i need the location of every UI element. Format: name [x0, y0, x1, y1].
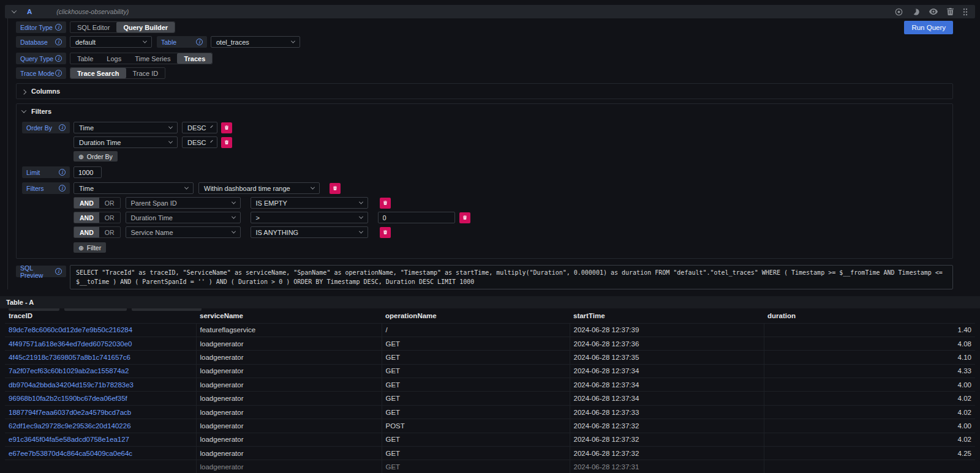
service-name-cell: loadgenerator: [196, 447, 382, 460]
query-row-header[interactable]: A (clickhouse-observability): [5, 5, 975, 18]
info-icon[interactable]: i: [196, 39, 203, 45]
datasource-name: (clickhouse-observability): [56, 8, 129, 15]
remove-order-by-button[interactable]: [221, 137, 232, 148]
and-option[interactable]: AND: [74, 227, 99, 237]
info-icon[interactable]: i: [59, 124, 66, 131]
operation-name-cell: GET: [382, 460, 570, 473]
trace-link[interactable]: e91c3645f04fa5e58adcd0758e1ea127: [9, 436, 129, 443]
duration-cell: 4.08: [764, 337, 975, 350]
order-by-direction-select[interactable]: DESC: [182, 122, 217, 133]
service-name-cell: loadgenerator: [196, 405, 382, 419]
order-by-field-select[interactable]: Time: [74, 122, 178, 133]
info-icon[interactable]: i: [55, 39, 62, 45]
service-name-cell: loadgenerator: [196, 419, 382, 433]
filters-label: Filters i: [22, 182, 70, 194]
col-header-startTime[interactable]: startTime: [570, 308, 764, 323]
table-select[interactable]: otel_traces: [211, 36, 300, 48]
col-header-operationName[interactable]: operationName: [382, 308, 570, 323]
and-option[interactable]: AND: [74, 212, 99, 223]
trace-link[interactable]: 4f497571a618e364ed7ded60752030e0: [9, 340, 132, 348]
info-icon[interactable]: i: [55, 70, 62, 76]
info-icon[interactable]: i: [55, 268, 62, 275]
query-ref-id: A: [27, 8, 32, 15]
col-header-traceID[interactable]: traceID: [5, 308, 196, 323]
remove-filter-button[interactable]: [459, 212, 470, 223]
filter-condition-row: AND OR Duration Time >: [22, 212, 947, 223]
trace-id-option[interactable]: Trace ID: [126, 68, 165, 78]
query-type-time-series[interactable]: Time Series: [128, 53, 177, 64]
trace-link[interactable]: db9704a2bbda34204d159c71b78283e3: [9, 381, 134, 389]
remove-query-trash-icon[interactable]: [947, 8, 954, 15]
add-filter-button[interactable]: ⊕ Filter: [74, 242, 106, 253]
or-option[interactable]: OR: [99, 198, 120, 208]
duration-cell: 4.33: [764, 364, 975, 378]
query-type-table[interactable]: Table: [70, 53, 100, 64]
add-order-by-button[interactable]: ⊕ Order By: [74, 151, 118, 162]
filter-field-select[interactable]: Parent Span ID: [126, 197, 241, 209]
trace-link[interactable]: 7a2f07ecf63c60b1029ab2ac155874a2: [9, 367, 129, 374]
hide-query-eye-icon[interactable]: [929, 9, 938, 15]
filter-operator-select[interactable]: >: [251, 212, 368, 223]
trace-link[interactable]: 1887794f7eaa6037d0e2a4579bcd7acb: [9, 409, 131, 416]
or-option[interactable]: OR: [99, 212, 120, 223]
query-row-actions: [895, 8, 968, 16]
trace-search-option[interactable]: Trace Search: [70, 68, 126, 78]
run-query-button[interactable]: Run Query: [904, 21, 953, 34]
service-name-cell: loadgenerator: [196, 378, 382, 392]
remove-filter-button[interactable]: [380, 198, 391, 209]
query-type-traces[interactable]: Traces: [177, 53, 212, 64]
order-by-direction-select[interactable]: DESC: [182, 136, 217, 148]
trace-link[interactable]: 96968b10fa2b2c1590bc67dea06ef35f: [9, 395, 127, 402]
database-select[interactable]: default: [70, 36, 152, 48]
start-time-cell: 2024-06-28 12:37:36: [570, 337, 764, 350]
service-name-cell: loadgenerator: [196, 351, 382, 364]
duration-cell: 1.40: [764, 323, 975, 337]
service-name-cell: loadgenerator: [196, 337, 382, 350]
filter-operator-select[interactable]: IS ANYTHING: [251, 226, 368, 238]
start-time-cell: 2024-06-28 12:37:34: [570, 378, 764, 392]
service-name-cell: loadgenerator: [196, 364, 382, 378]
trace-link[interactable]: 62df1ec9a29728c9e29536c20d140226: [9, 422, 131, 430]
filter-field-select[interactable]: Time: [74, 182, 194, 194]
col-header-serviceName[interactable]: serviceName: [196, 308, 382, 323]
sql-editor-option[interactable]: SQL Editor: [70, 22, 116, 32]
trace-link[interactable]: e67ee7b53870d4c864ca50409ca0e64c: [9, 450, 132, 457]
sql-preview-text[interactable]: SELECT "TraceId" as traceID, "ServiceNam…: [70, 265, 953, 289]
record-query-icon[interactable]: [895, 8, 903, 16]
order-by-field-select[interactable]: Duration Time: [74, 136, 178, 148]
remove-order-by-button[interactable]: [221, 122, 232, 133]
trace-link[interactable]: 4f45c21918c73698057a8b1c741657c6: [9, 354, 130, 361]
duration-cell: 4.02: [764, 392, 975, 405]
limit-input[interactable]: [74, 166, 102, 178]
info-icon[interactable]: i: [55, 55, 62, 62]
columns-section-header[interactable]: Columns: [22, 87, 947, 95]
operation-name-cell: GET: [382, 378, 570, 392]
remove-filter-button[interactable]: [330, 183, 341, 194]
filter-value-input[interactable]: [378, 212, 455, 223]
col-header-duration[interactable]: duration: [764, 308, 975, 323]
query-builder-option[interactable]: Query Builder: [116, 22, 175, 32]
service-name-cell: loadgenerator: [196, 460, 382, 473]
filter-operator-select[interactable]: Within dashboard time range: [198, 182, 320, 194]
order-by-row-2: Duration Time DESC: [22, 136, 947, 148]
and-or-switch: AND OR: [74, 226, 121, 238]
chevron-down-icon: [21, 108, 26, 113]
and-option[interactable]: AND: [74, 198, 99, 208]
or-option[interactable]: OR: [99, 227, 120, 237]
trace-mode-label: Trace Mode i: [16, 67, 66, 79]
operation-name-cell: /: [382, 323, 570, 337]
filter-field-select[interactable]: Service Name: [126, 226, 241, 238]
info-icon[interactable]: i: [55, 24, 62, 31]
collapse-query-icon[interactable]: [12, 8, 17, 13]
filter-operator-select[interactable]: IS EMPTY: [251, 197, 368, 209]
operation-name-cell: GET: [382, 447, 570, 460]
remove-filter-button[interactable]: [380, 227, 391, 238]
query-type-logs[interactable]: Logs: [100, 53, 128, 64]
drag-handle-icon[interactable]: [963, 8, 968, 16]
filters-section-header[interactable]: Filters: [22, 107, 947, 116]
trace-link[interactable]: 89dc7e8c6060c0d12de7e9b50c216284: [9, 326, 132, 333]
filter-field-select[interactable]: Duration Time: [126, 212, 241, 223]
duplicate-query-icon[interactable]: [912, 8, 920, 16]
info-icon[interactable]: i: [59, 169, 66, 176]
info-icon[interactable]: i: [59, 185, 66, 192]
